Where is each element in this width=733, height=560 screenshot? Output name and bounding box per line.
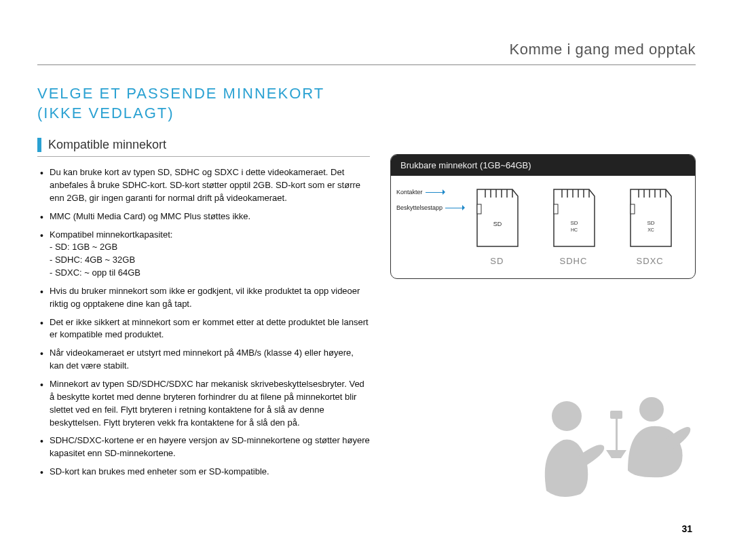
svg-rect-29: [610, 411, 622, 419]
sd-card-icon: SD: [470, 185, 523, 250]
chapter-header: Komme i gang med opptak: [37, 41, 696, 65]
sdhc-card-icon: SD HC: [547, 185, 600, 250]
capacity-line: - SD: 1GB ~ 2GB: [50, 241, 370, 254]
card-type-label: SD: [490, 256, 504, 266]
section-title-line: (IKKE VEDLAGT): [37, 105, 174, 122]
silhouette-illustration: [526, 375, 702, 511]
svg-text:HC: HC: [571, 227, 578, 232]
card-type-label: SDHC: [560, 256, 588, 266]
protect-tab-label: Beskyttelsestapp: [396, 204, 443, 212]
svg-text:XC: XC: [647, 227, 654, 232]
bullet-item: Kompatibel minnekortkapasitet: - SD: 1GB…: [50, 229, 370, 280]
usable-cards-box: Brukbare minnekort (1GB~64GB) Kontakter …: [390, 154, 696, 279]
svg-rect-28: [616, 416, 618, 450]
bullet-item: SDHC/SDXC-kortene er en høyere versjon a…: [50, 434, 370, 460]
bullet-item: MMC (Multi Media Card) og MMC Plus støtt…: [50, 210, 370, 223]
bullet-item: Når videokameraet er utstyrt med minneko…: [50, 347, 370, 373]
capacity-line: - SDXC: ~ opp til 64GB: [50, 267, 370, 280]
pointer-line-icon: [445, 208, 464, 208]
page-number: 31: [681, 523, 692, 534]
svg-text:SD: SD: [570, 220, 578, 226]
contacts-label: Kontakter: [396, 188, 423, 197]
sdxc-card-icon: SD XC: [624, 185, 677, 250]
capacity-line: - SDHC: 4GB ~ 32GB: [50, 254, 370, 267]
bullet-item: Det er ikke sikkert at minnekort som er …: [50, 316, 370, 342]
svg-rect-17: [631, 204, 635, 214]
svg-text:SD: SD: [493, 221, 502, 227]
pointer-line-icon: [426, 192, 445, 193]
bullet-item: SD-kort kan brukes med enheter som er SD…: [50, 466, 370, 479]
chapter-title: Komme i gang med opptak: [510, 41, 696, 58]
subheading-text: Kompatible minnekort: [48, 138, 166, 152]
accent-bar: [37, 138, 41, 152]
bullet-text: Kompatibel minnekortkapasitet:: [50, 229, 172, 240]
card-annotation-labels: Kontakter Beskyttelsestapp: [396, 188, 464, 219]
bullet-item: Du kan bruke kort av typen SD, SDHC og S…: [50, 166, 370, 205]
svg-rect-8: [554, 204, 558, 214]
card-type-label: SDXC: [637, 256, 664, 266]
section-title: VELGE ET PASSENDE MINNEKORT (IKKE VEDLAG…: [37, 84, 696, 123]
capacity-sublines: - SD: 1GB ~ 2GB - SDHC: 4GB ~ 32GB - SDX…: [50, 241, 370, 280]
svg-rect-0: [477, 204, 481, 214]
bullet-list: Du kan bruke kort av typen SD, SDHC og S…: [37, 166, 370, 479]
svg-point-26: [552, 401, 582, 431]
section-title-line: VELGE ET PASSENDE MINNEKORT: [37, 85, 324, 102]
subheading: Kompatible minnekort: [37, 138, 370, 157]
usable-cards-header: Brukbare minnekort (1GB~64GB): [391, 155, 695, 176]
svg-point-27: [639, 397, 664, 422]
svg-text:SD: SD: [647, 220, 654, 226]
bullet-item: Hvis du bruker minnekort som ikke er god…: [50, 285, 370, 311]
bullet-item: Minnekort av typen SD/SDHC/SDXC har meka…: [50, 378, 370, 429]
